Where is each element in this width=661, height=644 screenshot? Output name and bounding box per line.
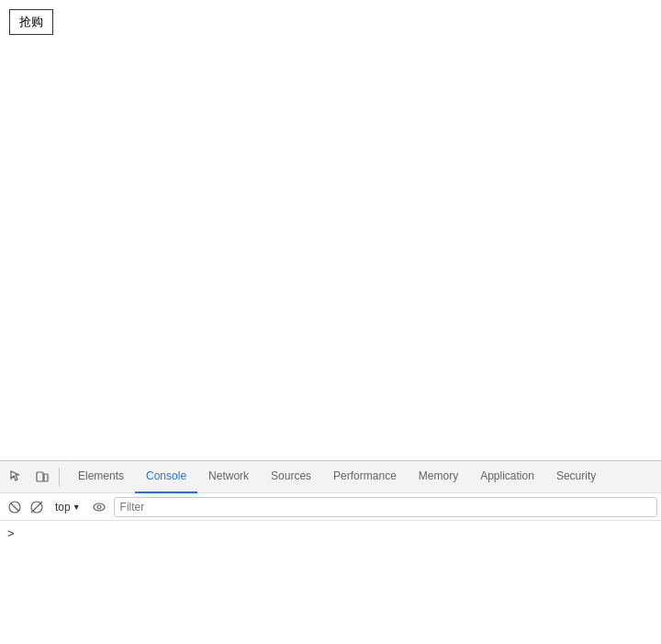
- filter-input[interactable]: [114, 497, 657, 517]
- console-toolbar: top ▼: [0, 493, 661, 521]
- tab-application[interactable]: Application: [469, 461, 545, 493]
- page-content: 抢购: [0, 0, 661, 460]
- eye-icon[interactable]: [88, 496, 110, 518]
- tab-elements[interactable]: Elements: [67, 461, 135, 493]
- svg-line-3: [11, 503, 18, 511]
- tab-performance[interactable]: Performance: [322, 461, 408, 493]
- no-errors-icon[interactable]: [26, 496, 48, 518]
- tab-security[interactable]: Security: [545, 461, 607, 493]
- toolbar-separator: [59, 468, 60, 486]
- devtools-panel: Elements Console Network Sources Perform…: [0, 460, 661, 644]
- inspect-element-icon[interactable]: [4, 464, 29, 490]
- console-content: >: [0, 521, 661, 644]
- svg-rect-0: [37, 472, 43, 481]
- svg-rect-1: [44, 474, 48, 481]
- tab-network[interactable]: Network: [197, 461, 260, 493]
- clear-console-icon[interactable]: [4, 496, 26, 518]
- svg-point-7: [97, 505, 101, 509]
- buy-button[interactable]: 抢购: [9, 9, 53, 35]
- tab-console[interactable]: Console: [135, 461, 197, 493]
- device-toolbar-icon[interactable]: [29, 464, 55, 490]
- top-context-label: top: [55, 501, 71, 514]
- chevron-down-icon: ▼: [73, 503, 81, 512]
- top-context-dropdown[interactable]: top ▼: [50, 499, 86, 515]
- devtools-tabs: Elements Console Network Sources Perform…: [63, 461, 657, 493]
- tab-sources[interactable]: Sources: [260, 461, 322, 493]
- svg-point-6: [94, 503, 105, 511]
- devtools-toolbar: Elements Console Network Sources Perform…: [0, 461, 661, 493]
- console-prompt: >: [7, 525, 654, 542]
- tab-memory[interactable]: Memory: [408, 461, 469, 493]
- console-prompt-arrow: >: [7, 526, 15, 540]
